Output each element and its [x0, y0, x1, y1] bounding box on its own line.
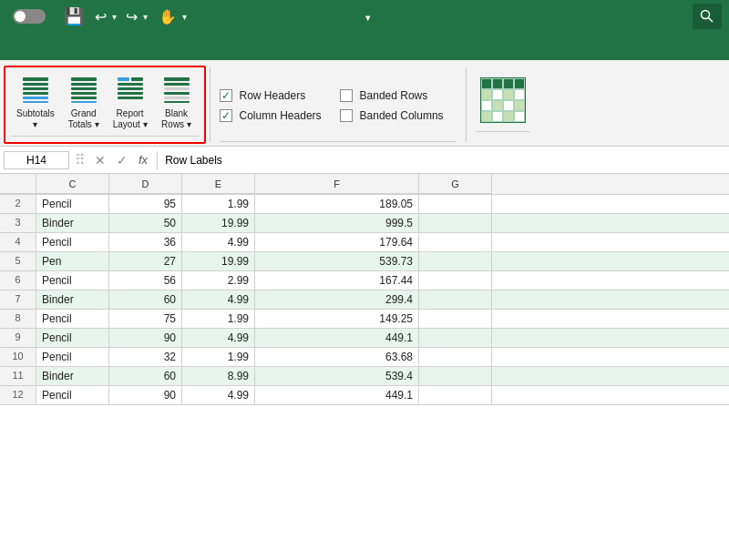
cell-e5[interactable]: 19.99	[182, 252, 255, 270]
cell-e2[interactable]: 1.99	[182, 195, 255, 213]
cell-g11[interactable]	[419, 367, 492, 385]
cell-f3[interactable]: 999.5	[255, 214, 419, 232]
cell-c3[interactable]: Binder	[36, 214, 109, 232]
blank-rows-button[interactable]: BlankRows ▾	[155, 71, 199, 133]
cell-f8[interactable]: 149.25	[255, 310, 419, 328]
autosave-toggle[interactable]	[13, 9, 46, 24]
cell-e9[interactable]: 4.99	[182, 329, 255, 347]
cell-d7[interactable]: 60	[109, 290, 182, 309]
col-header-g[interactable]: G	[419, 174, 492, 194]
cell-d5[interactable]: 27	[109, 252, 182, 270]
subtotals-button[interactable]: Subtotals▾	[11, 71, 60, 133]
cell-e10[interactable]: 1.99	[182, 348, 255, 366]
cell-f2[interactable]: 189.05	[255, 195, 419, 213]
cell-c5[interactable]: Pen	[36, 252, 109, 270]
tab-data[interactable]	[113, 53, 131, 60]
cell-g2[interactable]	[419, 195, 492, 213]
cell-d8[interactable]: 75	[109, 310, 182, 328]
cell-e3[interactable]: 19.99	[182, 214, 255, 232]
title-dropdown-icon[interactable]: ▾	[365, 13, 370, 23]
row-headers-checkbox[interactable]: ✓	[220, 89, 232, 102]
grand-totals-button[interactable]: GrandTotals ▾	[62, 71, 106, 133]
report-layout-button[interactable]: ReportLayout ▾	[108, 71, 153, 133]
column-headers-checkbox[interactable]: ✓	[220, 109, 232, 122]
search-button[interactable]	[693, 4, 722, 29]
save-icon[interactable]: 💾	[64, 6, 84, 26]
cell-d3[interactable]: 50	[109, 214, 182, 232]
cell-d4[interactable]: 36	[109, 233, 182, 251]
cell-d12[interactable]: 90	[109, 386, 182, 404]
cell-e11[interactable]: 8.99	[182, 367, 255, 385]
cell-d11[interactable]: 60	[109, 367, 182, 385]
cell-c6[interactable]: Pencil	[36, 271, 109, 290]
cell-c10[interactable]: Pencil	[36, 348, 109, 366]
cell-c9[interactable]: Pencil	[36, 329, 109, 347]
cell-g6[interactable]	[419, 271, 492, 290]
cell-c7[interactable]: Binder	[36, 290, 109, 309]
cell-f6[interactable]: 167.44	[255, 271, 419, 290]
cell-e7[interactable]: 4.99	[182, 290, 255, 309]
cell-g7[interactable]	[419, 290, 492, 309]
pivot-style-preview[interactable]	[480, 77, 526, 123]
cell-c11[interactable]: Binder	[36, 367, 109, 385]
tab-file[interactable]	[4, 53, 22, 60]
svg-rect-17	[118, 87, 143, 90]
confirm-button[interactable]: ✓	[113, 153, 131, 168]
redo-icon[interactable]: ↪	[126, 8, 138, 25]
style-cell-e2	[503, 111, 514, 122]
undo-dropdown-icon[interactable]: ▾	[112, 12, 117, 22]
redo-dropdown-icon[interactable]: ▾	[143, 12, 148, 22]
tab-formulas[interactable]	[95, 53, 113, 60]
cell-f5[interactable]: 539.73	[255, 252, 419, 270]
col-header-c[interactable]: C	[36, 174, 109, 194]
cell-f10[interactable]: 63.68	[255, 348, 419, 366]
col-header-d[interactable]: D	[109, 174, 182, 194]
cell-e6[interactable]: 2.99	[182, 271, 255, 290]
cell-f11[interactable]: 539.4	[255, 367, 419, 385]
cell-g9[interactable]	[419, 329, 492, 347]
cell-g12[interactable]	[419, 386, 492, 404]
cell-d2[interactable]: 95	[109, 195, 182, 213]
cell-g3[interactable]	[419, 214, 492, 232]
tab-insert[interactable]	[40, 53, 58, 60]
cell-f4[interactable]: 179.64	[255, 233, 419, 251]
cell-c2[interactable]: Pencil	[36, 195, 109, 213]
cell-f7[interactable]: 299.4	[255, 290, 419, 309]
cell-e12[interactable]: 4.99	[182, 386, 255, 404]
tab-page-layout[interactable]	[77, 53, 95, 60]
cell-g8[interactable]	[419, 310, 492, 328]
cancel-button[interactable]: ✕	[91, 153, 109, 168]
cell-g5[interactable]	[419, 252, 492, 270]
tab-review[interactable]	[131, 53, 149, 60]
cell-c8[interactable]: Pencil	[36, 310, 109, 328]
banded-columns-checkbox[interactable]	[340, 109, 353, 122]
formula-input[interactable]	[163, 152, 725, 168]
cell-d6[interactable]: 56	[109, 271, 182, 290]
tab-home[interactable]	[22, 53, 40, 60]
cell-f9[interactable]: 449.1	[255, 329, 419, 347]
cell-c12[interactable]: Pencil	[36, 386, 109, 404]
style-preview-label	[476, 131, 530, 146]
cell-reference-input[interactable]	[4, 151, 69, 169]
table-row: 9 Pencil 90 4.99 449.1	[0, 329, 729, 348]
cell-g4[interactable]	[419, 233, 492, 251]
banded-rows-checkbox[interactable]	[340, 89, 353, 102]
touch-dropdown-icon[interactable]: ▾	[182, 12, 187, 22]
cell-f12[interactable]: 449.1	[255, 386, 419, 404]
col-header-e[interactable]: E	[182, 174, 255, 194]
undo-icon[interactable]: ↩	[95, 8, 107, 25]
cell-d10[interactable]: 32	[109, 348, 182, 366]
tab-more[interactable]	[149, 53, 168, 60]
cell-d9[interactable]: 90	[109, 329, 182, 347]
cell-g10[interactable]	[419, 348, 492, 366]
tab-draw[interactable]	[58, 53, 77, 60]
cell-c4[interactable]: Pencil	[36, 233, 109, 251]
cell-e8[interactable]: 1.99	[182, 310, 255, 328]
pivot-options-group-label	[220, 141, 457, 146]
function-button[interactable]: fx	[135, 153, 151, 167]
svg-rect-4	[23, 87, 48, 90]
cell-e4[interactable]: 4.99	[182, 233, 255, 251]
col-header-f[interactable]: F	[255, 174, 419, 194]
touch-icon[interactable]: ✋	[159, 8, 177, 25]
svg-rect-6	[23, 97, 48, 99]
